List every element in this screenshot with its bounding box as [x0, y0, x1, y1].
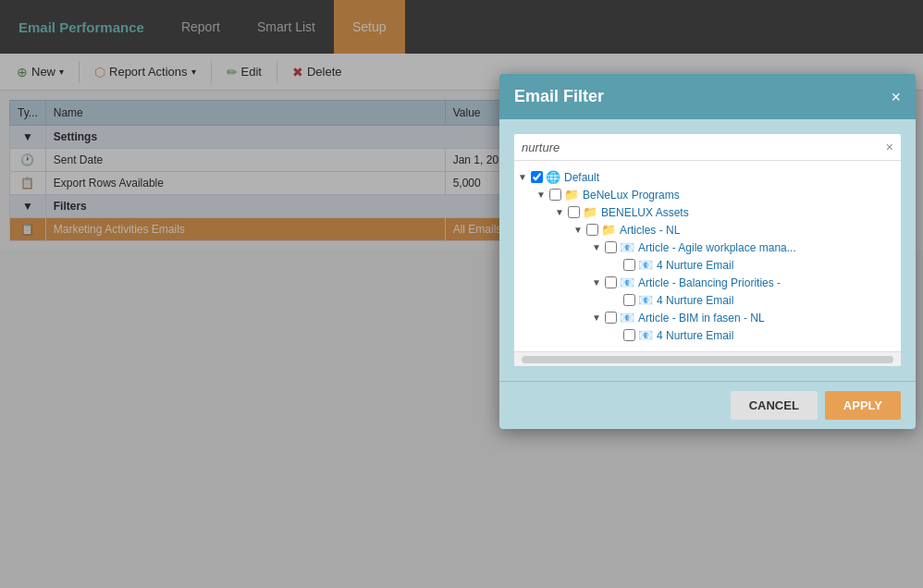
- tree-item-nurture-1[interactable]: 📧 4 Nurture Email: [518, 256, 897, 274]
- modal-header: Email Filter ×: [499, 74, 916, 119]
- tree-item-articles-nl[interactable]: ▼ 📁 Articles - NL: [518, 221, 897, 239]
- tree-item-nurture-2[interactable]: 📧 4 Nurture Email: [518, 291, 897, 309]
- scrollbar-thumb: [522, 356, 893, 363]
- cancel-button[interactable]: CANCEL: [731, 391, 818, 420]
- label-article-agile[interactable]: Article - Agile workplace mana...: [638, 241, 796, 254]
- folder-icon-benelux-assets: 📁: [583, 205, 597, 219]
- email-icon-article-agile: 📧: [620, 240, 634, 254]
- toggle-article-bim[interactable]: ▼: [592, 312, 603, 323]
- toggle-article-balancing[interactable]: ▼: [592, 277, 603, 288]
- tree-item-benelux-assets[interactable]: ▼ 📁 BENELUX Assets: [518, 203, 897, 221]
- label-default[interactable]: Default: [564, 171, 599, 184]
- filter-search-input[interactable]: [522, 141, 886, 154]
- label-nurture-3[interactable]: 4 Nurture Email: [657, 329, 733, 342]
- tree-item-nurture-3[interactable]: 📧 4 Nurture Email: [518, 326, 897, 344]
- globe-icon: 🌐: [546, 170, 560, 184]
- modal-close-button[interactable]: ×: [891, 89, 901, 105]
- email-icon-article-balancing: 📧: [620, 276, 634, 289]
- tree-container[interactable]: ▼ 🌐 Default ▼ 📁 BeNeLux Programs ▼: [514, 161, 901, 351]
- label-nurture-1[interactable]: 4 Nurture Email: [657, 259, 733, 272]
- checkbox-article-bim[interactable]: [605, 312, 617, 324]
- toggle-default[interactable]: ▼: [518, 172, 529, 182]
- checkbox-article-agile[interactable]: [605, 241, 617, 253]
- tree-item-article-agile[interactable]: ▼ 📧 Article - Agile workplace mana...: [518, 239, 897, 256]
- label-articles-nl[interactable]: Articles - NL: [620, 224, 680, 237]
- email-icon-nurture-3: 📧: [638, 328, 653, 342]
- apply-button[interactable]: APPLY: [825, 391, 901, 420]
- toggle-benelux-assets[interactable]: ▼: [555, 207, 566, 217]
- checkbox-article-balancing[interactable]: [605, 276, 617, 288]
- checkbox-benelux-programs[interactable]: [549, 189, 561, 201]
- tree-item-benelux-programs[interactable]: ▼ 📁 BeNeLux Programs: [518, 186, 897, 203]
- tree-item-article-bim[interactable]: ▼ 📧 Article - BIM in fasen - NL: [518, 309, 897, 326]
- label-benelux-programs[interactable]: BeNeLux Programs: [583, 189, 680, 202]
- checkbox-nurture-3[interactable]: [623, 329, 635, 341]
- folder-icon-benelux-programs: 📁: [564, 188, 579, 202]
- label-benelux-assets[interactable]: BENELUX Assets: [601, 206, 689, 219]
- label-article-balancing[interactable]: Article - Balancing Priorities -: [638, 276, 781, 289]
- tree-item-article-balancing[interactable]: ▼ 📧 Article - Balancing Priorities -: [518, 274, 897, 291]
- checkbox-nurture-1[interactable]: [623, 259, 635, 271]
- folder-icon-articles-nl: 📁: [601, 223, 616, 237]
- checkbox-default[interactable]: [531, 171, 543, 183]
- tree-item-default[interactable]: ▼ 🌐 Default: [518, 168, 897, 186]
- modal-title: Email Filter: [514, 87, 604, 106]
- email-icon-nurture-2: 📧: [638, 293, 653, 307]
- filter-search-container: × ▼ 🌐 Default ▼ 📁 BeNeLux Programs: [514, 134, 901, 366]
- email-filter-modal: Email Filter × × ▼ 🌐 Default: [499, 74, 916, 429]
- toggle-articles-nl[interactable]: ▼: [573, 225, 585, 235]
- modal-footer: CANCEL APPLY: [499, 381, 916, 429]
- checkbox-articles-nl[interactable]: [586, 224, 598, 236]
- modal-body: × ▼ 🌐 Default ▼ 📁 BeNeLux Programs: [499, 119, 916, 381]
- checkbox-benelux-assets[interactable]: [568, 206, 580, 218]
- horizontal-scrollbar[interactable]: [514, 351, 901, 366]
- filter-clear-button[interactable]: ×: [886, 140, 893, 154]
- label-nurture-2[interactable]: 4 Nurture Email: [657, 294, 733, 307]
- checkbox-nurture-2[interactable]: [623, 294, 635, 306]
- toggle-article-agile[interactable]: ▼: [592, 242, 603, 252]
- label-article-bim[interactable]: Article - BIM in fasen - NL: [638, 312, 765, 325]
- toggle-benelux-programs[interactable]: ▼: [536, 190, 548, 200]
- email-icon-article-bim: 📧: [620, 311, 634, 325]
- filter-search-row: ×: [514, 134, 901, 161]
- email-icon-nurture-1: 📧: [638, 258, 653, 272]
